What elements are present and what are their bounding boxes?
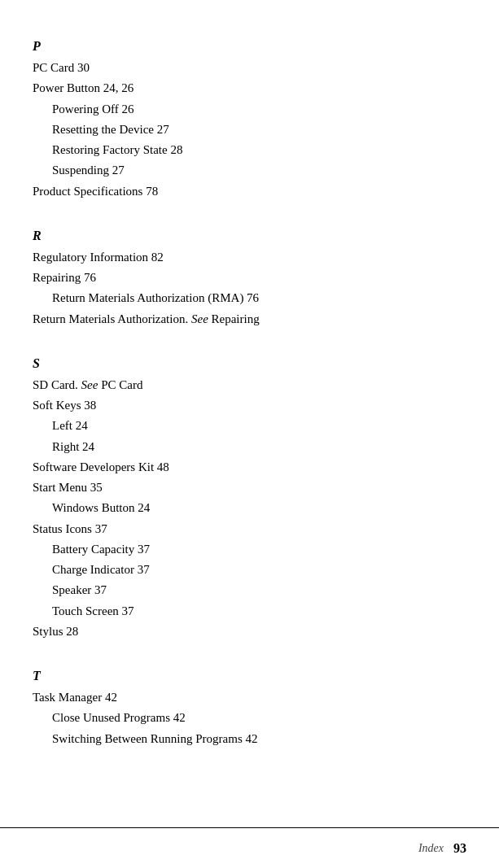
list-item: SD Card. See PC Card — [33, 376, 466, 395]
list-item: Return Materials Authorization. See Repa… — [33, 310, 466, 329]
see-reference-italic: See — [191, 312, 208, 325]
list-item: Power Button 24, 26 — [33, 79, 466, 98]
list-item: Left 24 — [33, 417, 466, 435]
see-reference-italic: See — [81, 378, 98, 391]
list-item: Close Unused Programs 42 — [33, 709, 466, 727]
section-spacer — [33, 643, 466, 654]
list-item: Speaker 37 — [33, 581, 466, 600]
list-item: Repairing 76 — [33, 268, 466, 287]
list-item: PC Card 30 — [33, 59, 466, 77]
section-spacer — [33, 330, 466, 342]
list-item: Battery Capacity 37 — [33, 540, 466, 559]
footer-label: Index — [418, 842, 444, 855]
list-item: Windows Button 24 — [33, 499, 466, 517]
section-letter-t: T — [33, 669, 466, 683]
section-letter-s: S — [33, 356, 466, 371]
list-item: Resetting the Device 27 — [33, 120, 466, 139]
section-letter-r: R — [33, 229, 466, 243]
footer-page-number: 93 — [453, 841, 466, 856]
page-content: PPC Card 30Power Button 24, 26Powering O… — [0, 0, 499, 815]
footer: Index 93 — [0, 827, 499, 868]
list-item: Start Menu 35 — [33, 478, 466, 497]
list-item: Soft Keys 38 — [33, 396, 466, 415]
section-spacer — [33, 203, 466, 214]
list-item: Restoring Factory State 28 — [33, 141, 466, 159]
list-item: Task Manager 42 — [33, 688, 466, 707]
list-item: Regulatory Information 82 — [33, 248, 466, 267]
list-item: Software Developers Kit 48 — [33, 458, 466, 477]
list-item: Switching Between Running Programs 42 — [33, 730, 466, 748]
list-item: Right 24 — [33, 438, 466, 456]
section-letter-p: P — [33, 39, 466, 54]
list-item: Powering Off 26 — [33, 100, 466, 119]
list-item: Suspending 27 — [33, 161, 466, 180]
list-item: Product Specifications 78 — [33, 182, 466, 201]
list-item: Charge Indicator 37 — [33, 560, 466, 579]
list-item: Touch Screen 37 — [33, 602, 466, 621]
list-item: Return Materials Authorization (RMA) 76 — [33, 289, 466, 308]
list-item: Stylus 28 — [33, 622, 466, 641]
list-item: Status Icons 37 — [33, 520, 466, 539]
